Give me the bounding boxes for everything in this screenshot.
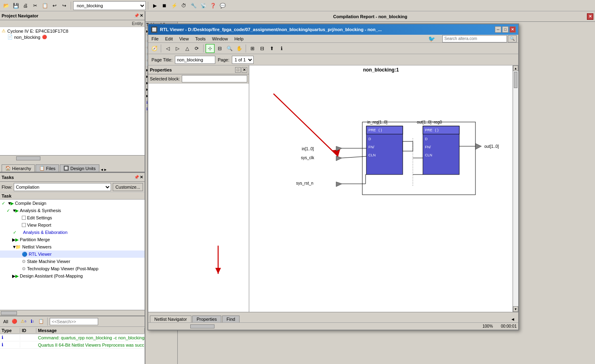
navigator-scrollbar[interactable]	[0, 155, 145, 161]
toolbar-run[interactable]: ⚡	[170, 1, 179, 10]
menu-tools[interactable]: Tools	[193, 36, 207, 42]
toolbar-timing[interactable]: ⏱	[179, 1, 188, 10]
rtl-zoom-area[interactable]: ⊟	[215, 44, 224, 53]
rtl-canvas[interactable]: non_blocking:1	[249, 65, 513, 312]
menu-view[interactable]: View	[178, 36, 191, 42]
task-scroll-thumb[interactable]	[1, 311, 17, 315]
task-elab[interactable]: ✓ Analysis & Elaboration	[0, 229, 145, 236]
rtl-help-icon[interactable]: 🐦	[428, 36, 435, 42]
rtl-refresh-btn[interactable]: ⟳	[192, 44, 201, 53]
task-state-machine[interactable]: ⚙ State Machine Viewer	[0, 258, 145, 265]
rtl-right-scrollbar[interactable]: ▲ ▼	[513, 65, 518, 312]
rtl-nav-btn[interactable]: 🧭	[150, 44, 159, 53]
tasks-pin-icon[interactable]: 📌	[134, 175, 139, 179]
tab-hierarchy[interactable]: 🏠 Hierarchy	[2, 164, 35, 172]
tab-files[interactable]: 📋 Files	[36, 164, 59, 172]
rtl-scroll-down-btn[interactable]: ▼	[513, 306, 518, 312]
selected-block-input[interactable]	[182, 75, 247, 82]
task-netlist-viewers[interactable]: ▼ 📁 Netlist Viewers	[0, 243, 145, 250]
rtl-scroll-up-btn[interactable]: ▲	[513, 65, 518, 71]
tab-find[interactable]: Find	[222, 316, 240, 322]
rtl-maximize-btn[interactable]: □	[502, 26, 509, 33]
menu-edit[interactable]: Edit	[164, 36, 175, 42]
project-tree[interactable]: ⚠ Cyclone IV E: EP4CE10F17C8 📄 non_block…	[0, 27, 145, 155]
comp-report-close-btn[interactable]: ✕	[587, 13, 593, 20]
task-tech-map[interactable]: ⚙ Technology Map Viewer (Post-Mapp	[0, 265, 145, 272]
task-analysis-synthesis[interactable]: ✓ ▼ ▶ Analysis & Synthesis	[0, 207, 145, 214]
rtl-netlist-btn[interactable]: ⊞	[248, 44, 257, 53]
tasks-close-icon[interactable]: ✕	[140, 175, 143, 179]
label-rtl[interactable]: RTL Viewer	[29, 252, 52, 257]
toolbar-open[interactable]: 📂	[2, 1, 11, 10]
task-partition[interactable]: ▶ ▶ Partition Merge	[0, 236, 145, 243]
rtl-hier-btn[interactable]: ⊟	[258, 44, 267, 53]
toolbar-save[interactable]: 💾	[11, 1, 20, 10]
rtl-scroll-thumb[interactable]	[514, 72, 517, 88]
menu-window[interactable]: Window	[210, 36, 229, 42]
flow-select[interactable]: Compilation	[14, 183, 111, 191]
tree-device[interactable]: ⚠ Cyclone IV E: EP4CE10F17C8	[1, 28, 144, 34]
expand-analysis[interactable]: ▼	[12, 208, 15, 213]
rtl-search-input[interactable]	[442, 35, 507, 42]
toolbar-help[interactable]: ❓	[208, 1, 217, 10]
tab-design-units[interactable]: 🔲 Design Units	[60, 164, 99, 172]
rtl-close-btn[interactable]: ✕	[509, 26, 516, 33]
menu-help[interactable]: Help	[233, 36, 245, 42]
customize-button[interactable]: Customize...	[113, 183, 143, 191]
rtl-up-btn[interactable]: △	[183, 44, 191, 53]
rtl-zoom-in[interactable]: 🔍	[225, 44, 234, 53]
menu-file[interactable]: File	[150, 36, 160, 42]
pin-icon[interactable]: 📌	[134, 13, 139, 18]
task-design-assistant[interactable]: ▶ ▶ Design Assistant (Post-Mapping	[0, 272, 145, 280]
props-close-btn[interactable]: ✕	[242, 67, 247, 73]
messages-table[interactable]: Type ID Message ℹ Command: quartus_rpp n…	[0, 327, 145, 364]
msg-warn-btn[interactable]: ⚠6	[19, 318, 27, 326]
rtl-fwd-btn[interactable]: ▷	[173, 44, 182, 53]
rtl-search-btn[interactable]: 🔍	[508, 35, 517, 42]
toolbar-stop[interactable]: ⏹	[160, 1, 169, 10]
project-dropdown[interactable]: non_blocking	[73, 1, 146, 10]
page-select[interactable]: 1 of 1	[232, 56, 254, 64]
tabs-left-arrow[interactable]: ◄	[100, 168, 104, 172]
bottom-tab-arrow[interactable]: ◄	[509, 316, 517, 322]
toolbar-sim[interactable]: 🔧	[189, 1, 198, 10]
task-compile-design[interactable]: ✓ ▼ ▶ Compile Design	[0, 200, 145, 207]
msg-error-btn[interactable]: 🔴	[11, 318, 19, 326]
props-float-btn[interactable]: □	[235, 67, 241, 73]
task-scrollbar[interactable]	[0, 310, 145, 316]
expand-partition[interactable]: ▶	[12, 237, 15, 242]
expand-compile[interactable]: ▼	[7, 201, 11, 206]
rtl-minimize-btn[interactable]: ─	[495, 26, 501, 33]
task-edit-settings[interactable]: Edit Settings	[0, 214, 145, 221]
message-search[interactable]	[50, 318, 98, 325]
task-tree[interactable]: ✓ ▼ ▶ Compile Design ✓ ▼ ▶ Analysis & Sy…	[0, 200, 145, 310]
rtl-export-btn[interactable]: ⬆	[267, 44, 276, 53]
tabs-right-arrow[interactable]: ►	[104, 168, 107, 172]
task-rtl-viewer[interactable]: 🔵 RTL Viewer	[0, 250, 145, 258]
rtl-horiz-scrollbar[interactable]	[150, 324, 474, 329]
toolbar-print[interactable]: 🖨	[21, 1, 30, 10]
msg-info-btn[interactable]: ℹ1	[28, 318, 36, 326]
toolbar-prog[interactable]: 📡	[199, 1, 208, 10]
rtl-select-btn[interactable]: ⊹	[206, 44, 214, 53]
msg-row-2[interactable]: ℹ Quartus II 64-Bit Netlist Viewers Prep…	[0, 341, 145, 349]
rtl-back-btn[interactable]: ◁	[163, 44, 172, 53]
toolbar-undo[interactable]: ↩	[50, 1, 59, 10]
tab-netlist-nav[interactable]: Netlist Navigator	[150, 316, 191, 322]
page-title-input[interactable]	[175, 56, 215, 64]
nav-close-icon[interactable]: ✕	[140, 13, 143, 18]
toolbar-cut[interactable]: ✂	[31, 1, 40, 10]
msg-all-btn[interactable]: All	[2, 318, 10, 326]
toolbar-rtl[interactable]: 💬	[218, 1, 227, 10]
msg-row-1[interactable]: ℹ Command: quartus_rpp non_blocking -c n…	[0, 334, 145, 341]
toolbar-redo[interactable]: ↪	[60, 1, 69, 10]
tab-properties[interactable]: Properties	[192, 316, 221, 322]
rtl-pan-btn[interactable]: ✋	[235, 44, 244, 53]
msg-filter-btn[interactable]: 📋	[37, 318, 45, 326]
tree-project[interactable]: 📄 non_blocking 🔴	[1, 34, 144, 40]
label-elab[interactable]: Analysis & Elaboration	[23, 230, 67, 235]
task-view-report[interactable]: View Report	[0, 221, 145, 229]
rtl-horiz-thumb[interactable]	[190, 324, 214, 328]
expand-netlist[interactable]: ▼	[12, 244, 15, 249]
expand-design-asst[interactable]: ▶	[12, 274, 15, 279]
